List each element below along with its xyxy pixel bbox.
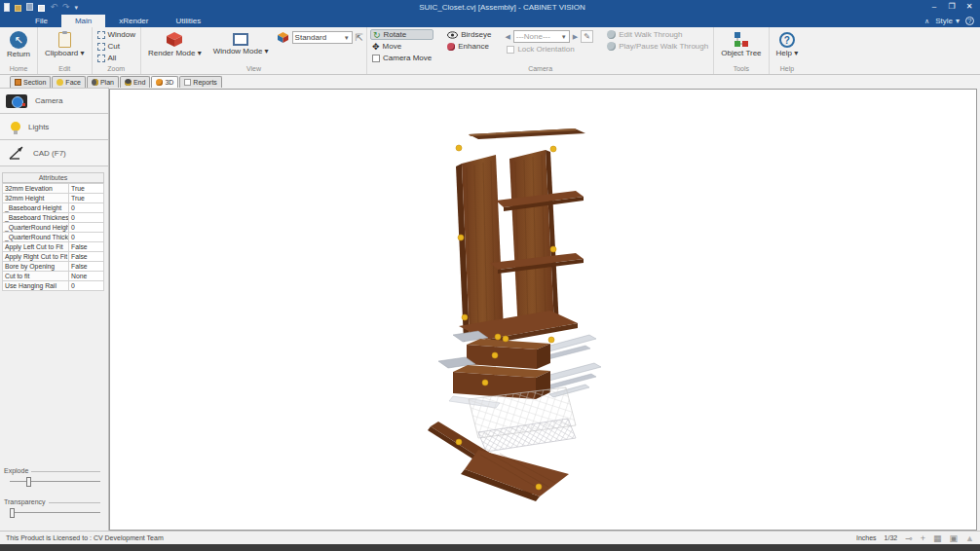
view-tab-section[interactable]: Section: [10, 76, 51, 88]
attribute-name: _Baseboard Height: [3, 203, 69, 213]
attributes-table: 32mm ElevationTrue 32mm HeightTrue _Base…: [2, 183, 104, 291]
edit-walkthrough-button[interactable]: Edit Walk Through: [605, 29, 710, 40]
help-button[interactable]: ? Help ▾: [773, 29, 803, 59]
transparency-slider-handle[interactable]: [10, 508, 15, 518]
zoom-window-button[interactable]: Window: [95, 29, 137, 40]
cad-panel-button[interactable]: CAD (F7): [0, 140, 108, 166]
view-tab-end[interactable]: End: [120, 76, 150, 88]
camera-panel-button[interactable]: Camera: [0, 88, 108, 114]
triangle-icon[interactable]: ▲: [965, 533, 974, 544]
units-label[interactable]: Inches: [856, 534, 877, 541]
zoom-all-button[interactable]: All: [95, 53, 137, 63]
explode-slider[interactable]: [10, 476, 100, 488]
rotate-label: Rotate: [384, 30, 407, 39]
redo-icon[interactable]: ↷: [62, 3, 70, 12]
grid-icon[interactable]: ▦: [933, 533, 942, 544]
window-mode-button[interactable]: Window Mode ▾: [209, 29, 273, 57]
attribute-value[interactable]: False: [69, 252, 104, 262]
attribute-name: _QuarterRound Thickness: [3, 233, 69, 242]
quick-access-more-icon[interactable]: ▾: [74, 3, 78, 12]
play-pause-walkthrough-button[interactable]: Play/Pause Walk Through: [605, 41, 710, 52]
print-icon[interactable]: [38, 5, 45, 12]
table-row: 32mm ElevationTrue: [3, 184, 104, 194]
chevron-down-icon: ▼: [340, 35, 350, 41]
menu-bar-right: ∧ Style ▾ ?: [924, 17, 980, 27]
lights-panel-label: Lights: [28, 123, 49, 131]
camera-select[interactable]: ---None--- ▼: [513, 30, 570, 43]
undo-icon[interactable]: ↶: [50, 3, 57, 12]
attribute-value[interactable]: None: [69, 272, 104, 281]
pan-view-icon[interactable]: ⇱: [356, 32, 363, 43]
rotate-button[interactable]: ↻ Rotate: [370, 29, 433, 40]
view-tab-label: Section: [23, 79, 46, 86]
lock-orientation-checkbox[interactable]: Lock Orientation: [505, 44, 593, 55]
render-style-select[interactable]: Standard ▼: [292, 31, 353, 44]
collapse-ribbon-icon[interactable]: ∧: [924, 18, 929, 25]
move-icon: ✥: [372, 42, 380, 52]
new-document-icon[interactable]: [4, 3, 10, 12]
move-button[interactable]: ✥ Move: [370, 41, 433, 52]
tab-file[interactable]: File: [21, 15, 61, 27]
viewport-3d[interactable]: [109, 89, 977, 531]
part-left-gable: [456, 155, 504, 342]
attribute-value[interactable]: False: [69, 242, 104, 252]
transparency-slider[interactable]: [10, 507, 100, 519]
view-tab-label: 3D: [165, 79, 173, 86]
part-top-shelf: [469, 129, 585, 139]
play-walkthrough-icon: [607, 42, 616, 51]
tab-utilities[interactable]: Utilities: [162, 15, 214, 27]
edit-camera-icon[interactable]: ✎: [581, 30, 593, 43]
explode-label: Explode: [4, 467, 31, 474]
render-mode-label: Render Mode ▾: [148, 49, 202, 57]
close-button[interactable]: ✕: [961, 2, 977, 13]
tab-main[interactable]: Main: [61, 15, 105, 27]
view-tab-3d[interactable]: 3D: [151, 76, 178, 88]
save-icon[interactable]: [26, 3, 33, 11]
view-tab-plan[interactable]: Plan: [87, 76, 119, 88]
lock-orientation-label: Lock Orientation: [517, 45, 574, 54]
attributes-panel: Attributes 32mm ElevationTrue 32mm Heigh…: [2, 172, 104, 291]
attribute-value[interactable]: 0: [69, 223, 104, 233]
ribbon-group-view: Render Mode ▾ Window Mode ▾ Standa: [141, 27, 367, 74]
crosshair-icon[interactable]: +: [921, 533, 925, 544]
scale-label[interactable]: 1/32: [885, 534, 898, 541]
ribbon-group-edit: Clipboard ▾ Edit: [38, 27, 92, 74]
enhance-button[interactable]: Enhance: [445, 41, 493, 52]
snap-icon[interactable]: ⊸: [905, 533, 913, 544]
attribute-value[interactable]: 0: [69, 281, 104, 291]
object-tree-button[interactable]: Object Tree: [717, 29, 765, 59]
attribute-value[interactable]: 0: [69, 233, 104, 242]
render-mode-button[interactable]: Render Mode ▾: [144, 29, 206, 59]
prev-camera-icon[interactable]: ◀: [505, 33, 509, 41]
return-button[interactable]: ↖ Return: [3, 29, 34, 60]
style-dropdown[interactable]: Style ▾: [935, 17, 960, 25]
window-mode-icon: [233, 33, 248, 46]
ribbon-group-help: ? Help ▾ Help: [770, 27, 806, 74]
zoom-cut-button[interactable]: Cut: [95, 41, 137, 52]
birdseye-button[interactable]: Birdseye: [445, 29, 493, 40]
attribute-value[interactable]: True: [69, 184, 104, 194]
title-help-icon[interactable]: ?: [965, 17, 974, 25]
camera-move-checkbox[interactable]: Camera Move: [370, 53, 433, 63]
clipboard-button[interactable]: Clipboard ▾: [41, 29, 88, 59]
birdseye-label: Birdseye: [461, 30, 491, 39]
help-question-icon: ?: [779, 32, 795, 48]
attribute-value[interactable]: False: [69, 262, 104, 272]
attribute-value[interactable]: 0: [69, 213, 104, 223]
next-camera-icon[interactable]: ▶: [573, 33, 578, 41]
tab-xrender[interactable]: xRender: [105, 15, 162, 27]
restore-button[interactable]: ❐: [944, 2, 960, 13]
enhance-icon: [447, 43, 455, 51]
open-folder-icon[interactable]: [15, 5, 21, 12]
lights-panel-button[interactable]: Lights: [0, 114, 108, 140]
explode-slider-handle[interactable]: [26, 477, 31, 487]
view-tab-reports[interactable]: Reports: [179, 76, 222, 88]
frame-icon[interactable]: ▣: [950, 533, 959, 544]
attribute-value[interactable]: 0: [69, 203, 104, 213]
help-label: Help ▾: [776, 49, 799, 57]
view-tab-face[interactable]: Face: [52, 76, 86, 88]
attribute-value[interactable]: True: [69, 194, 104, 203]
camera-panel-label: Camera: [35, 96, 62, 105]
part-right-gable: [509, 150, 559, 334]
minimize-button[interactable]: –: [926, 2, 942, 13]
